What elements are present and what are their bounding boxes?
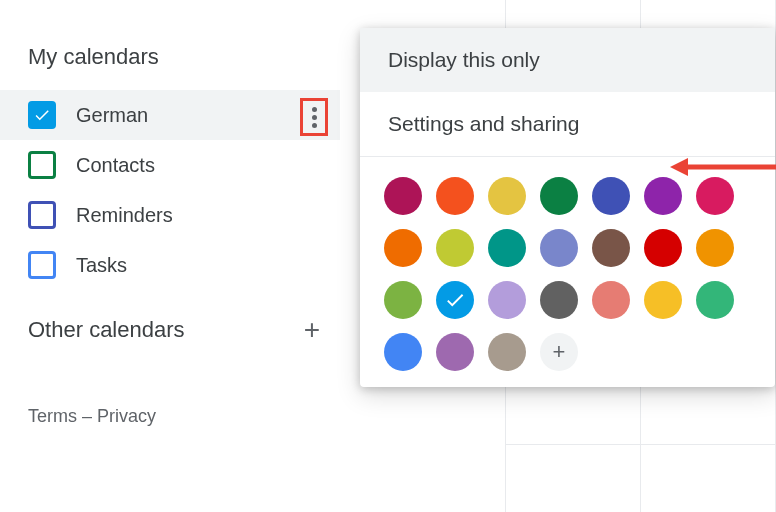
color-swatch[interactable] xyxy=(384,229,422,267)
color-swatch[interactable] xyxy=(488,333,526,371)
color-swatch[interactable] xyxy=(384,281,422,319)
color-swatches: + xyxy=(360,157,775,387)
color-swatch[interactable] xyxy=(488,229,526,267)
terms-link[interactable]: Terms xyxy=(28,406,77,426)
checkbox-tasks[interactable] xyxy=(28,251,56,279)
color-swatch[interactable] xyxy=(540,229,578,267)
add-calendar-button[interactable]: + xyxy=(304,314,320,346)
color-swatch[interactable] xyxy=(592,229,630,267)
other-calendars-header[interactable]: Other calendars xyxy=(28,317,185,343)
checkbox-german[interactable] xyxy=(28,101,56,129)
footer-separator: – xyxy=(77,406,97,426)
footer-links: Terms – Privacy xyxy=(0,366,340,427)
add-custom-color-button[interactable]: + xyxy=(540,333,578,371)
color-swatch[interactable] xyxy=(696,281,734,319)
check-icon xyxy=(444,289,466,311)
color-swatch[interactable] xyxy=(644,229,682,267)
color-swatch[interactable] xyxy=(384,177,422,215)
calendar-item-german[interactable]: German xyxy=(0,90,340,140)
color-swatch[interactable] xyxy=(696,229,734,267)
calendar-label: Contacts xyxy=(76,154,155,177)
calendar-item-tasks[interactable]: Tasks xyxy=(0,240,340,290)
calendar-label: Tasks xyxy=(76,254,127,277)
color-swatch[interactable] xyxy=(644,177,682,215)
color-swatch[interactable] xyxy=(436,333,474,371)
display-this-only-item[interactable]: Display this only xyxy=(360,28,775,92)
settings-and-sharing-item[interactable]: Settings and sharing xyxy=(360,92,775,156)
color-swatch[interactable] xyxy=(696,177,734,215)
color-swatch[interactable] xyxy=(488,281,526,319)
color-swatch[interactable] xyxy=(488,177,526,215)
color-swatch[interactable] xyxy=(436,177,474,215)
privacy-link[interactable]: Privacy xyxy=(97,406,156,426)
kebab-icon[interactable] xyxy=(312,107,317,128)
color-swatch[interactable] xyxy=(540,177,578,215)
annotation-highlight-box xyxy=(300,98,328,136)
check-icon xyxy=(33,106,51,124)
color-swatch[interactable] xyxy=(384,333,422,371)
calendar-label: German xyxy=(76,104,148,127)
my-calendars-header[interactable]: My calendars xyxy=(0,20,340,90)
color-swatch[interactable] xyxy=(436,281,474,319)
checkbox-contacts[interactable] xyxy=(28,151,56,179)
color-swatch[interactable] xyxy=(644,281,682,319)
checkbox-reminders[interactable] xyxy=(28,201,56,229)
calendar-label: Reminders xyxy=(76,204,173,227)
sidebar: My calendars German Contacts Reminders T… xyxy=(0,0,340,427)
calendar-item-reminders[interactable]: Reminders xyxy=(0,190,340,240)
color-swatch[interactable] xyxy=(592,281,630,319)
color-swatch[interactable] xyxy=(436,229,474,267)
calendar-options-popup: Display this only Settings and sharing + xyxy=(360,28,775,387)
calendar-item-contacts[interactable]: Contacts xyxy=(0,140,340,190)
color-swatch[interactable] xyxy=(592,177,630,215)
color-swatch[interactable] xyxy=(540,281,578,319)
